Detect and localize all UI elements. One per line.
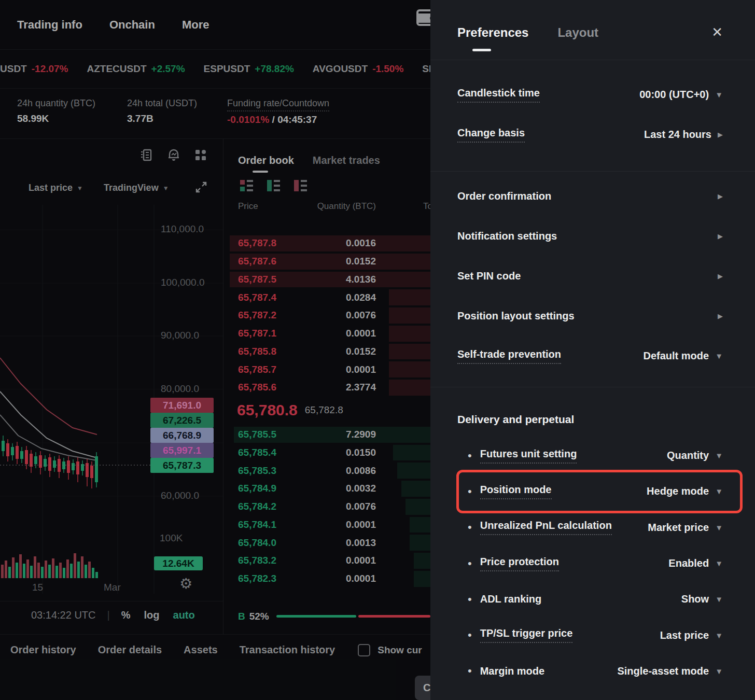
setting-value[interactable]: Quantity [667, 450, 709, 461]
chevron-right-icon[interactable]: ▶ [718, 131, 723, 138]
ask-quantity: 0.0016 [346, 237, 376, 249]
chevron-down-icon[interactable]: ▼ [715, 451, 723, 460]
tab-layout[interactable]: Layout [557, 25, 598, 40]
chevron-down-icon[interactable]: ▼ [715, 352, 723, 360]
ask-row[interactable]: 65,787.4 0.0284 [223, 288, 430, 306]
chevron-down-icon[interactable]: ▼ [715, 559, 723, 568]
bid-row[interactable]: 65,785.5 7.2909 [223, 426, 430, 444]
tab-order-book[interactable]: Order book [238, 155, 294, 166]
book-view-combined-icon[interactable] [238, 178, 256, 193]
volume-axis-label: 100K [160, 533, 183, 544]
chart-icon-row [0, 139, 223, 171]
ask-row[interactable]: 65,787.1 0.0001 [223, 325, 430, 343]
chevron-down-icon[interactable]: ▼ [715, 90, 723, 99]
orderbook-view-icons [223, 177, 430, 194]
bid-row[interactable]: 65,785.3 0.0086 [223, 461, 430, 480]
setting-value[interactable]: 00:00 (UTC+0) [639, 89, 709, 101]
chevron-down-icon[interactable]: ▼ [715, 595, 723, 604]
y-axis-label: 90,000.0 [161, 330, 199, 341]
stat-24h-total: 24h total (USDT) 3.77B [127, 98, 227, 138]
chevron-down-icon[interactable]: ▼ [715, 523, 723, 532]
setting-value[interactable]: Show [681, 593, 709, 605]
bid-row[interactable]: 65,784.1 0.0001 [223, 516, 430, 534]
ask-row[interactable]: 65,787.6 0.0152 [223, 253, 430, 271]
ticker-item[interactable]: AZTECUSDT +2.57% [87, 63, 185, 75]
nav-more[interactable]: More [182, 18, 209, 32]
bid-row[interactable]: 65,784.2 0.0076 [223, 498, 430, 516]
setting-value[interactable]: Market price [648, 522, 709, 534]
chevron-down-icon[interactable]: ▼ [715, 487, 723, 496]
show-current-label[interactable]: Show cur [378, 645, 422, 656]
bullet-icon: • [468, 521, 472, 534]
alert-bell-icon[interactable] [167, 148, 180, 162]
ask-row[interactable]: 65,787.5 4.0136 [223, 271, 430, 289]
ask-price: 65,787.6 [238, 256, 276, 267]
book-view-asks-icon[interactable] [292, 178, 310, 193]
candlestick-chart[interactable]: 110,000.0100,000.090,000.080,000.060,000… [0, 205, 223, 594]
chevron-down-icon[interactable]: ▼ [715, 631, 723, 640]
ask-row[interactable]: 65,785.6 2.3774 [223, 379, 430, 397]
show-current-checkbox[interactable] [358, 644, 370, 656]
settings-row[interactable]: Set PIN code ▼ ▶ [430, 256, 755, 296]
percent-scale-toggle[interactable]: % [121, 609, 131, 621]
bid-row[interactable]: 65,782.3 0.0001 [223, 570, 430, 588]
bid-row[interactable]: 65,783.2 0.0001 [223, 552, 430, 570]
chevron-down-icon[interactable]: ▼ [715, 667, 723, 676]
chevron-right-icon[interactable]: ▶ [718, 192, 723, 200]
ask-row[interactable]: 65,785.7 0.0001 [223, 360, 430, 379]
wallet-icon[interactable] [416, 8, 430, 29]
tab-assets[interactable]: Assets [184, 644, 218, 656]
layout-grid-icon[interactable] [194, 148, 207, 162]
setting-value[interactable]: Default mode [643, 350, 709, 362]
settings-row[interactable]: Self-trade prevention Default mode ▼ ▶ [430, 336, 755, 376]
setting-value[interactable]: Hedge mode [647, 485, 709, 497]
orders-ledger-icon[interactable] [140, 148, 153, 162]
price-source-dropdown[interactable]: Last price ▼ [29, 183, 83, 193]
ask-row[interactable]: 65,787.8 0.0016 [223, 234, 430, 253]
chart-clock[interactable]: 03:14:22 UTC [31, 609, 96, 621]
ask-price: 65,787.4 [238, 292, 276, 303]
depth-bar [414, 571, 430, 587]
ask-row[interactable]: 65,785.8 0.0152 [223, 343, 430, 361]
tab-order-details[interactable]: Order details [98, 644, 162, 656]
settings-row[interactable]: Order confirmation ▼ ▶ [430, 176, 755, 216]
ticker-item[interactable]: SPYUSDT + [422, 63, 430, 75]
setting-value[interactable]: Last 24 hours [644, 129, 711, 141]
bid-row[interactable]: 65,784.0 0.0013 [223, 534, 430, 552]
chart-source-dropdown[interactable]: TradingView ▼ [104, 183, 169, 193]
tab-market-trades[interactable]: Market trades [313, 155, 380, 166]
tab-order-history[interactable]: Order history [10, 644, 76, 656]
setting-label: Position layout settings [457, 310, 575, 322]
partial-corner-button[interactable]: C [415, 676, 430, 700]
settings-row[interactable]: Notification settings ▼ ▶ [430, 216, 755, 256]
setting-value[interactable]: Single-asset mode [617, 665, 709, 677]
close-icon[interactable]: ✕ [711, 24, 723, 40]
ask-row[interactable]: 65,787.2 0.0076 [223, 306, 430, 325]
ticker-item[interactable]: ESPUSDT +78.82% [204, 63, 294, 75]
expand-chart-icon[interactable] [195, 181, 207, 195]
bullet-icon: • [468, 593, 472, 606]
bid-row[interactable]: 65,785.4 0.0150 [223, 444, 430, 462]
chevron-right-icon[interactable]: ▶ [718, 272, 723, 280]
tab-preferences[interactable]: Preferences [457, 25, 528, 40]
ticker-item[interactable]: USDT -12.07% [0, 63, 68, 75]
ticker-symbol: AZTECUSDT [87, 63, 147, 75]
nav-trading-info[interactable]: Trading info [17, 18, 82, 32]
bid-row[interactable]: 65,784.9 0.0032 [223, 480, 430, 498]
setting-value[interactable]: Last price [660, 629, 709, 641]
setting-value[interactable]: Enabled [668, 557, 709, 569]
chevron-right-icon[interactable]: ▶ [718, 232, 723, 240]
bid-price: 65,784.1 [238, 519, 276, 530]
last-price-row[interactable]: 65,780.8 65,782.8 [223, 397, 430, 424]
chevron-right-icon[interactable]: ▶ [718, 312, 723, 320]
nav-onchain[interactable]: Onchain [109, 18, 155, 32]
settings-row[interactable]: Position layout settings ▼ ▶ [430, 296, 755, 336]
auto-scale-toggle[interactable]: auto [173, 609, 195, 621]
ticker-item[interactable]: AVGOUSDT -1.50% [313, 63, 403, 75]
bullet-icon: • [468, 664, 472, 678]
chart-settings-gear-icon[interactable]: ⚙ [179, 575, 192, 592]
book-view-bids-icon[interactable] [265, 178, 283, 193]
log-scale-toggle[interactable]: log [144, 609, 160, 621]
chart-source-label: TradingView [104, 183, 159, 193]
tab-transaction-history[interactable]: Transaction history [240, 644, 335, 656]
